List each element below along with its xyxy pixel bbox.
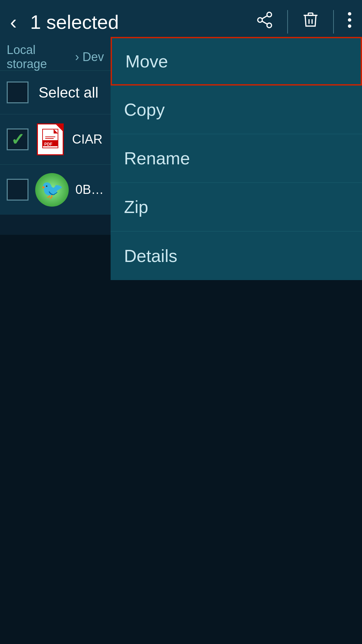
back-button[interactable]: ‹ — [10, 10, 17, 34]
breadcrumb: Local storage › Dev — [0, 44, 111, 70]
selected-title: 1 selected — [30, 11, 249, 33]
svg-point-0 — [267, 12, 272, 17]
svg-point-2 — [267, 23, 272, 28]
svg-point-1 — [258, 17, 262, 22]
breadcrumb-current: Dev — [82, 50, 104, 64]
svg-point-8 — [348, 24, 351, 28]
menu-item-rename[interactable]: Rename — [111, 134, 362, 183]
menu-item-copy[interactable]: Copy — [111, 86, 362, 134]
select-all-row[interactable]: Select all — [0, 70, 111, 114]
pdf-icon-container: PDF — [35, 123, 65, 156]
breadcrumb-root: Local storage — [7, 43, 72, 71]
file-checkbox-2[interactable] — [7, 179, 28, 201]
menu-item-move[interactable]: Move — [111, 37, 362, 86]
svg-text:PDF: PDF — [44, 142, 52, 147]
menu-item-zip[interactable]: Zip — [111, 183, 362, 231]
file-name-2: 0B60 — [75, 182, 104, 197]
pdf-icon: PDF — [37, 123, 64, 155]
more-icon[interactable] — [347, 11, 352, 33]
svg-rect-5 — [308, 13, 313, 15]
list-item[interactable]: PDF CIAR — [0, 114, 111, 164]
left-panel: Local storage › Dev Select all PDF — [0, 44, 111, 215]
menu-item-details[interactable]: Details — [111, 231, 362, 280]
svg-point-6 — [348, 12, 351, 15]
svg-line-4 — [262, 15, 267, 18]
breadcrumb-arrow: › — [75, 50, 79, 64]
background-overlay — [0, 235, 362, 644]
menu-item-move-label: Move — [125, 51, 168, 71]
action-icons — [255, 10, 352, 34]
menu-item-copy-label: Copy — [124, 100, 165, 120]
context-menu: Move Copy Rename Zip Details — [111, 37, 362, 280]
divider — [287, 10, 288, 34]
menu-item-zip-label: Zip — [124, 197, 148, 217]
svg-point-7 — [348, 18, 351, 21]
flappy-icon: 🐦 — [35, 173, 69, 207]
divider2 — [333, 10, 334, 34]
share-icon[interactable] — [255, 11, 274, 33]
file-name-1: CIAR — [72, 132, 103, 147]
delete-icon[interactable] — [301, 11, 320, 33]
menu-item-rename-label: Rename — [124, 148, 190, 168]
svg-line-3 — [262, 21, 267, 24]
select-all-label: Select all — [39, 84, 99, 101]
menu-item-details-label: Details — [124, 246, 177, 266]
select-all-checkbox[interactable] — [7, 82, 28, 103]
list-item[interactable]: 🐦 0B60 — [0, 164, 111, 215]
file-checkbox-1[interactable] — [7, 128, 28, 150]
